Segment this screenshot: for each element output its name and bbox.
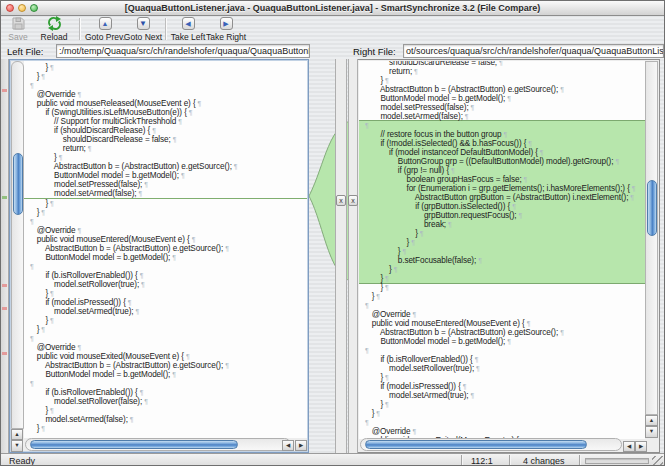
progress-indicator: [585, 458, 649, 464]
zoom-button[interactable]: [30, 4, 38, 12]
resize-grip-icon[interactable]: [652, 456, 663, 466]
change-marker: [2, 89, 7, 92]
line-end-marker: ¶: [172, 370, 176, 379]
code-line: }¶: [359, 400, 645, 409]
window-controls: [6, 4, 38, 12]
code-line: return;¶: [359, 67, 645, 76]
right-vertical-scrollbar[interactable]: [645, 61, 658, 415]
scroll-right-button[interactable]: ▶: [295, 440, 307, 451]
left-horizontal-scrollbar-thumb[interactable]: [30, 440, 238, 449]
right-file-path-field[interactable]: ot/sources/quaqua/src/ch/randelshofer/qu…: [403, 44, 664, 58]
line-end-marker: ¶: [504, 130, 508, 139]
line-end-marker: ¶: [394, 265, 398, 274]
line-end-marker: ¶: [225, 244, 229, 253]
code-line: ¶: [359, 346, 645, 355]
code-line: ¶: [24, 81, 307, 90]
take-left-icon: ◀: [182, 16, 195, 31]
diff-overview-strip[interactable]: [1, 59, 9, 453]
code-line: // restore focus in the button group¶: [359, 130, 645, 139]
line-end-marker: ¶: [465, 112, 469, 121]
code-line: ¶: [24, 262, 307, 271]
line-end-marker: ¶: [78, 226, 82, 235]
right-code-editor[interactable]: shouldDiscardRelease = false;¶ return;¶ …: [359, 61, 645, 439]
save-button[interactable]: Save: [2, 16, 34, 42]
code-line: shouldDiscardRelease = false;¶: [24, 135, 307, 144]
scroll-up-button[interactable]: ▲: [645, 415, 658, 426]
line-end-marker: ¶: [385, 373, 389, 382]
line-end-marker: ¶: [420, 229, 424, 238]
change-marker: [2, 284, 7, 287]
line-end-marker: ¶: [50, 406, 54, 415]
left-code-block: }¶ }¶¶ @Override¶ public void mouseRelea…: [24, 63, 307, 198]
code-line: ButtonGroup grp = ((DefaultButtonModel) …: [359, 157, 645, 166]
right-vertical-scrollbar-thumb[interactable]: [647, 180, 657, 236]
change-count: 4 changes: [523, 456, 565, 466]
line-end-marker: ¶: [560, 328, 564, 337]
line-end-marker: ¶: [527, 319, 531, 328]
code-line: }¶: [359, 409, 645, 418]
change-marker: [2, 196, 7, 199]
line-end-marker: ¶: [78, 343, 82, 352]
line-end-marker: ¶: [30, 262, 34, 271]
close-button[interactable]: [6, 4, 14, 12]
line-end-marker: ¶: [41, 72, 45, 81]
scroll-right-button[interactable]: ▶: [635, 441, 647, 452]
line-end-marker: ¶: [30, 217, 34, 226]
right-code-block: }¶ }¶¶ @Override¶ public void mouseEnter…: [359, 283, 645, 439]
line-end-marker: ¶: [376, 292, 380, 301]
code-line: ButtonModel model = b.getModel();¶: [24, 171, 307, 180]
left-file-path-field[interactable]: :/mot/temp/Quaqua/src/ch/randelshofer/qu…: [56, 44, 310, 58]
code-line: AbstractButton b = (AbstractButton) e.ge…: [24, 361, 307, 370]
code-line: public void mouseReleased(MouseEvent e) …: [24, 99, 307, 108]
right-horizontal-scrollbar[interactable]: [360, 438, 622, 451]
line-end-marker: ¶: [385, 283, 389, 292]
code-line: boolean groupHasFocus = false;¶: [359, 175, 645, 184]
reload-button[interactable]: Reload: [35, 16, 73, 42]
left-horizontal-scrollbar[interactable]: [25, 438, 291, 451]
line-end-marker: ¶: [59, 153, 63, 162]
right-horizontal-scrollbar-thumb[interactable]: [365, 440, 587, 449]
code-line: b.setFocusable(false);¶: [359, 256, 645, 265]
scroll-left-button[interactable]: ◀: [282, 440, 294, 451]
title-bar[interactable]: [QuaquaButtonListener.java - QuaquaButto…: [1, 1, 664, 16]
merge-lane-right: [348, 59, 358, 453]
scroll-down-button[interactable]: ▼: [11, 440, 23, 452]
right-code-block: shouldDiscardRelease = false;¶ return;¶ …: [359, 61, 645, 121]
code-line: }¶: [24, 325, 307, 334]
code-line: }¶: [24, 153, 307, 162]
status-message: Ready: [9, 456, 35, 466]
line-end-marker: ¶: [615, 157, 619, 166]
code-line: if (!model.isSelected() && b.hasFocus())…: [359, 139, 645, 148]
take-right-button[interactable]: ▶ Take Right: [206, 16, 246, 42]
take-left-button[interactable]: ◀ Take Left: [170, 16, 206, 42]
goto-previous-button[interactable]: ▲ Goto Prev.: [85, 16, 125, 42]
scroll-down-button[interactable]: ▼: [645, 426, 658, 438]
apply-change-left-button[interactable]: x: [336, 195, 346, 206]
left-vertical-scrollbar[interactable]: [11, 61, 24, 429]
code-line: model.setArmed(false);¶: [24, 189, 307, 198]
minimize-button[interactable]: [18, 4, 26, 12]
change-marker: [2, 307, 7, 310]
code-line: model.setPressed(false);¶: [24, 180, 307, 189]
line-end-marker: ¶: [140, 271, 144, 280]
file-path-bar: Left File: :/mot/temp/Quaqua/src/ch/rand…: [1, 43, 664, 59]
code-line: }¶: [24, 406, 307, 415]
line-end-marker: ¶: [128, 298, 132, 307]
scroll-up-button[interactable]: ▲: [11, 429, 23, 440]
line-end-marker: ¶: [632, 184, 636, 193]
code-line: }¶: [359, 229, 645, 238]
line-end-marker: ¶: [463, 382, 467, 391]
line-end-marker: ¶: [507, 337, 511, 346]
line-end-marker: ¶: [30, 334, 34, 343]
goto-next-button[interactable]: ▼ Goto Next: [123, 16, 163, 42]
code-line: ButtonModel model = b.getModel();¶: [359, 337, 645, 346]
code-line: @Override¶: [24, 343, 307, 352]
left-code-editor[interactable]: }¶ }¶¶ @Override¶ public void mouseRelea…: [24, 61, 307, 438]
code-line: }¶: [24, 424, 307, 433]
scroll-left-button[interactable]: ◀: [623, 441, 635, 452]
line-end-marker: ¶: [512, 202, 516, 211]
left-file-panel: ▲ ▼ }¶ }¶¶ @Override¶ public void mouseR…: [9, 59, 309, 453]
left-vertical-scrollbar-thumb[interactable]: [13, 153, 23, 215]
apply-change-right-button[interactable]: x: [348, 195, 358, 206]
line-end-marker: ¶: [524, 175, 528, 184]
